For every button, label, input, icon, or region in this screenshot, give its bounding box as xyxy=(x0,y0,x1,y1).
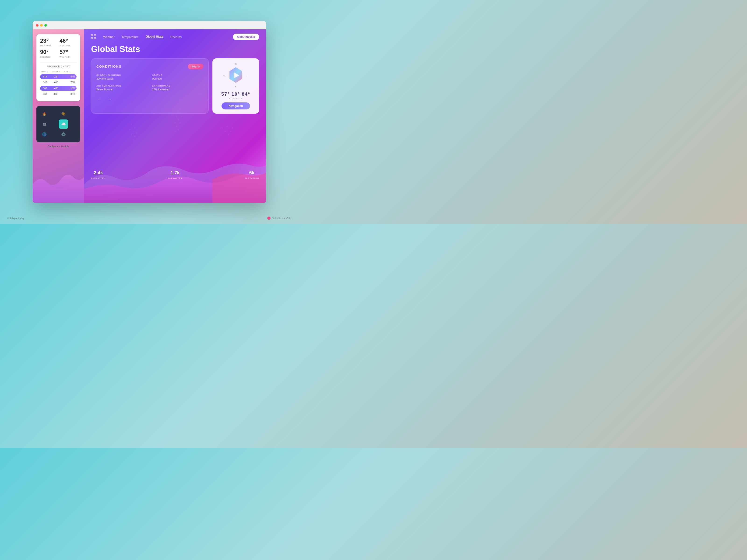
logo-dot-3 xyxy=(91,37,93,39)
row-0-power: ↑ 224 xyxy=(53,75,64,78)
row-0-atom: ↓ 519 xyxy=(42,75,53,78)
row-1-power: ↓ 600 xyxy=(53,81,64,84)
svg-point-61 xyxy=(232,127,233,129)
logo-dot-4 xyxy=(94,37,96,39)
stat-value-0: 23° xyxy=(40,38,57,44)
fire-icon: 🔥 xyxy=(42,111,47,116)
svg-point-39 xyxy=(176,126,177,127)
row-3-volt: 80% xyxy=(64,93,75,96)
svg-point-21 xyxy=(131,134,132,135)
configurator-label: Configurator Module xyxy=(33,145,84,148)
svg-point-19 xyxy=(132,131,134,132)
condition-name-2: AIR TEMPERATURE xyxy=(96,85,148,87)
stat-item-2: 90° Sharp East xyxy=(40,49,57,58)
svg-point-36 xyxy=(178,119,179,121)
config-cell-fire[interactable]: 🔥 xyxy=(40,109,49,118)
copyright-left: © Rifayet Uday xyxy=(7,217,24,220)
browser-content: 23° North South 46° South East 90° Sharp… xyxy=(33,29,266,203)
conditions-header: CONDITIONS See All xyxy=(96,64,203,69)
bars-icon: ▦ xyxy=(43,122,46,126)
elevation-value-2: 6k xyxy=(244,170,259,176)
svg-point-42 xyxy=(171,114,173,115)
svg-point-22 xyxy=(134,136,135,137)
next-arrow[interactable]: → xyxy=(106,96,113,102)
svg-point-41 xyxy=(174,131,176,132)
elevation-value-0: 2.4k xyxy=(91,170,106,176)
position-label: POSITION xyxy=(229,97,242,100)
content-area: CONDITIONS See All GLOBAL WARMING 30% In… xyxy=(84,58,266,114)
config-cell-cloud[interactable]: ☁️ xyxy=(59,119,68,129)
stat-item-0: 23° North South xyxy=(40,38,57,47)
table-row-2[interactable]: ↓ 100 ↑ 485 15% xyxy=(40,86,77,91)
elevation-label-1: ELEVATION xyxy=(168,177,183,179)
row-3-atom: ↓ 863 xyxy=(42,93,53,96)
nav-item-temperature[interactable]: Temparature xyxy=(122,35,139,39)
config-grid: 🔥 ☀️ ▦ ☁️ 🌐 xyxy=(40,109,77,139)
table-row-0[interactable]: ↓ 519 ↑ 224 64% xyxy=(40,74,77,79)
header-power: POWER xyxy=(53,71,65,73)
compass-svg xyxy=(223,62,249,88)
copyright-right: Dribbble.com/abc xyxy=(267,216,292,220)
elevation-item-0: 2.4k ELEVATION xyxy=(91,170,106,180)
svg-point-64 xyxy=(228,134,230,135)
browser-window: 23° North South 46° South East 90° Sharp… xyxy=(33,21,266,203)
left-wave-decoration xyxy=(33,166,84,203)
config-cell-globe[interactable]: 🌐 xyxy=(40,130,49,139)
elevation-label-0: ELEVATION xyxy=(91,177,106,179)
sun-icon: ☀️ xyxy=(61,111,66,116)
table-row-3[interactable]: ↓ 863 ↓ 093 80% xyxy=(40,92,77,97)
arrow-down-icon: ↓ xyxy=(53,93,54,95)
logo-dot-1 xyxy=(91,34,93,36)
condition-value-0: 30% Increased xyxy=(96,77,148,80)
stat-label-1: South East xyxy=(59,44,77,47)
svg-point-43 xyxy=(181,115,183,117)
close-dot[interactable] xyxy=(36,24,38,27)
elevation-item-1: 1.7k ELEVATION xyxy=(168,170,183,180)
stat-value-3: 57° xyxy=(59,49,77,55)
svg-point-20 xyxy=(136,132,137,134)
condition-name-1: STATUS xyxy=(152,74,203,76)
stat-value-2: 90° xyxy=(40,49,57,55)
svg-point-62 xyxy=(225,131,226,132)
svg-point-60 xyxy=(227,126,228,127)
condition-value-3: 26% Increased xyxy=(152,88,203,91)
table-row-1[interactable]: ↓ 140 ↓ 600 70% xyxy=(40,80,77,85)
nav-item-records[interactable]: Records xyxy=(171,35,182,39)
nav-item-global-stats[interactable]: Global Stats xyxy=(146,35,163,39)
conditions-title: CONDITIONS xyxy=(96,64,122,69)
row-3-power: ↓ 093 xyxy=(53,93,64,96)
elevation-labels: 2.4k ELEVATION 1.7k ELEVATION 6k ELEVATI… xyxy=(91,170,259,180)
position-card: N S E W 57° 10° 84° POSITION Navigation xyxy=(212,58,259,114)
config-cell-gear[interactable]: ⚙️ xyxy=(59,130,68,139)
svg-point-35 xyxy=(176,115,177,117)
condition-name-3: EARTHQUAKE xyxy=(152,85,203,87)
stat-label-3: West North xyxy=(59,56,77,58)
chart-title: PRODUCE CHART xyxy=(40,65,77,68)
see-all-button[interactable]: See All xyxy=(188,64,203,69)
arrow-down-icon: ↓ xyxy=(42,93,43,95)
row-2-volt: 15% xyxy=(64,87,75,89)
page-title: Global Stats xyxy=(84,44,266,58)
condition-name-0: GLOBAL WARMING xyxy=(96,74,148,76)
globe-icon: 🌐 xyxy=(42,132,47,136)
navigation: Weather Temparature Global Stats Records… xyxy=(84,29,266,44)
config-cell-bars[interactable]: ▦ xyxy=(40,119,49,129)
config-cell-sun[interactable]: ☀️ xyxy=(59,109,68,118)
arrow-up-icon: ↑ xyxy=(53,75,54,78)
prev-arrow[interactable]: ← xyxy=(96,96,103,102)
table-headers: ATOM F. POWER VOLT. xyxy=(40,71,77,73)
row-0-volt: 64% xyxy=(64,75,75,78)
compass-north: N xyxy=(235,63,237,65)
minimize-dot[interactable] xyxy=(40,24,43,27)
condition-item-2: AIR TEMPERATURE Below Normal xyxy=(96,85,148,91)
cloud-icon: ☁️ xyxy=(61,122,66,126)
navigation-button[interactable]: Navigation xyxy=(222,102,250,109)
geo-analysis-button[interactable]: Geo Analysis xyxy=(233,34,259,40)
nav-item-weather[interactable]: Weather xyxy=(103,35,114,39)
row-2-atom: ↓ 100 xyxy=(42,87,53,89)
main-panel: Weather Temparature Global Stats Records… xyxy=(84,29,266,203)
compass-west: W xyxy=(224,74,226,77)
svg-point-59 xyxy=(222,127,223,129)
maximize-dot[interactable] xyxy=(44,24,47,27)
condition-item-0: GLOBAL WARMING 30% Increased xyxy=(96,74,148,80)
